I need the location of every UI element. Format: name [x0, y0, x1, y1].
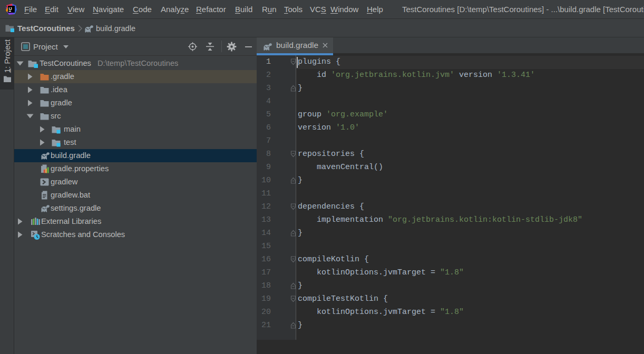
svg-text:IJ: IJ — [9, 6, 12, 11]
